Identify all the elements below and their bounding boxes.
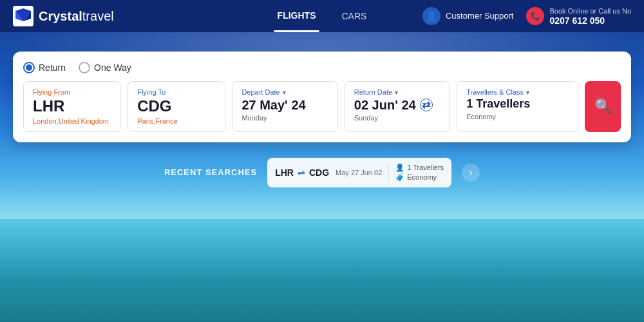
- search-fields: Flying From LHR London,United Kingdom Fl…: [23, 81, 621, 132]
- main-content: Return One Way Flying From LHR London,Un…: [0, 32, 644, 200]
- depart-day: Monday: [242, 114, 328, 122]
- return-radio[interactable]: [23, 62, 35, 73]
- depart-label: Depart Date ▾: [242, 88, 328, 96]
- header: Crystaltravel FLIGHTS CARS 👤 Customer Su…: [0, 0, 644, 32]
- header-right: 👤 Customer Support 📞 Book Online or Call…: [422, 6, 631, 26]
- travellers-value: 1 Travellers: [466, 97, 569, 111]
- phone-number: 0207 612 050: [549, 15, 631, 26]
- swap-button[interactable]: ⇄: [420, 99, 433, 111]
- flying-to-label: Flying To: [137, 88, 216, 96]
- flying-to-field[interactable]: Flying To CDG Paris,France: [128, 81, 225, 132]
- nav-flights[interactable]: FLIGHTS: [274, 1, 319, 32]
- flying-to-code: CDG: [137, 97, 216, 116]
- search-button[interactable]: 🔍: [585, 81, 621, 132]
- support-icon: 👤: [422, 7, 440, 25]
- return-date-value: 02 Jun' 24 ⇄: [354, 97, 440, 113]
- meta-travellers: 👤 1 Travellers: [395, 164, 444, 172]
- travellers-sub: Economy: [466, 113, 569, 120]
- recent-searches: RECENT SEARCHES LHR ⇌ CDG May 27 Jun 02 …: [13, 158, 631, 187]
- recent-divider: [388, 163, 389, 182]
- book-online[interactable]: 📞 Book Online or Call us No 0207 612 050: [526, 6, 631, 26]
- recent-next-button[interactable]: ›: [462, 164, 480, 182]
- flying-from-sub: London,United Kingdom: [33, 117, 111, 125]
- nav-cars[interactable]: CARS: [338, 1, 370, 31]
- return-label: Return: [39, 62, 66, 73]
- return-radio-label[interactable]: Return: [23, 62, 66, 73]
- route-arrow-icon: ⇌: [298, 167, 305, 178]
- recent-search-card[interactable]: LHR ⇌ CDG May 27 Jun 02 👤 1 Travellers 🧳…: [267, 158, 451, 187]
- one-way-radio[interactable]: [79, 62, 90, 73]
- recent-meta: 👤 1 Travellers 🧳 Economy: [395, 164, 444, 182]
- travellers-field[interactable]: Travellers & Class ▾ 1 Travellers Econom…: [457, 81, 578, 132]
- recent-route: LHR ⇌ CDG: [275, 167, 329, 178]
- search-icon: 🔍: [594, 98, 612, 115]
- flying-from-label: Flying From: [33, 88, 111, 96]
- phone-icon: 📞: [526, 7, 544, 25]
- recent-searches-label: RECENT SEARCHES: [164, 167, 257, 177]
- main-nav: FLIGHTS CARS: [274, 1, 370, 32]
- customer-support[interactable]: 👤 Customer Support: [422, 7, 514, 25]
- meta-class: 🧳 Economy: [395, 173, 444, 182]
- return-date-field[interactable]: Return Date ▾ 02 Jun' 24 ⇄ Sunday: [345, 81, 450, 132]
- logo[interactable]: Crystaltravel: [13, 6, 114, 26]
- water: [0, 219, 644, 322]
- return-date-chevron: ▾: [395, 89, 398, 96]
- recent-dates: May 27 Jun 02: [336, 169, 382, 176]
- flying-from-code: LHR: [33, 97, 111, 116]
- book-info: Book Online or Call us No 0207 612 050: [549, 6, 631, 26]
- recent-from: LHR: [275, 167, 294, 178]
- travellers-label: Travellers & Class ▾: [466, 88, 569, 96]
- support-label: Customer Support: [446, 11, 514, 21]
- one-way-label: One Way: [94, 62, 131, 73]
- one-way-radio-label[interactable]: One Way: [79, 62, 131, 73]
- logo-text: Crystaltravel: [39, 9, 114, 24]
- logo-icon: [13, 6, 33, 26]
- depart-date-field[interactable]: Depart Date ▾ 27 May' 24 Monday: [232, 81, 337, 132]
- recent-to: CDG: [309, 167, 329, 178]
- trip-type-selector: Return One Way: [23, 62, 621, 73]
- return-date-label: Return Date ▾: [354, 88, 440, 96]
- return-day: Sunday: [354, 114, 440, 122]
- depart-chevron: ▾: [283, 89, 286, 96]
- flying-to-sub: Paris,France: [137, 117, 216, 125]
- depart-value: 27 May' 24: [242, 97, 328, 113]
- search-container: Return One Way Flying From LHR London,Un…: [13, 52, 631, 142]
- flying-from-field[interactable]: Flying From LHR London,United Kingdom: [23, 81, 121, 132]
- travellers-chevron: ▾: [526, 89, 529, 96]
- book-label: Book Online or Call us No: [549, 6, 631, 15]
